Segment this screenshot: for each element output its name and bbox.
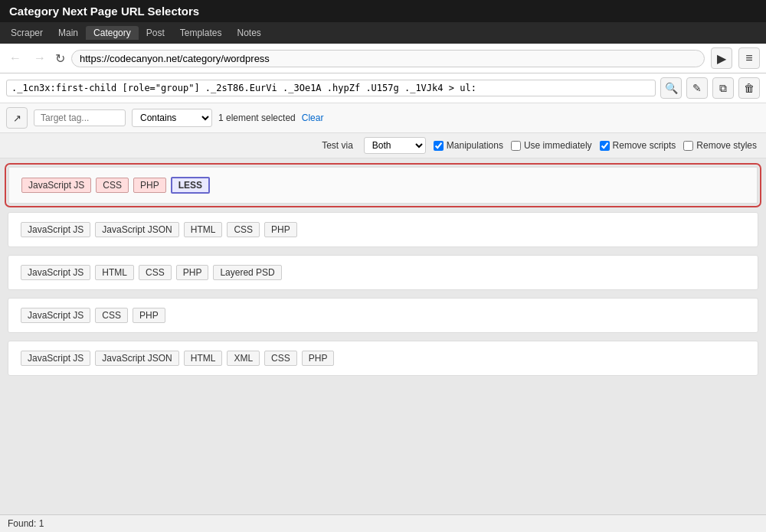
content-area: JavaScript JSCSSPHPLESSJavaScript JSJava… (0, 158, 766, 532)
manipulations-checkbox-label[interactable]: Manipulations (434, 140, 503, 151)
copy-icon-button[interactable]: ⧉ (712, 77, 734, 99)
tag: JavaScript JSON (95, 351, 178, 366)
test-via-select[interactable]: Both CSS XPath (364, 137, 426, 154)
result-row-5: JavaScript JSJavaScript JSONHTMLXMLCSSPH… (8, 341, 758, 376)
remove-scripts-checkbox[interactable] (600, 141, 610, 151)
tag: JavaScript JSON (95, 222, 178, 237)
remove-scripts-checkbox-label[interactable]: Remove scripts (600, 140, 676, 151)
clear-link[interactable]: Clear (302, 113, 324, 123)
tag: PHP (133, 308, 165, 323)
delete-icon: 🗑 (744, 82, 755, 94)
found-text: Found: 1 (8, 518, 44, 529)
tag: CSS (95, 308, 128, 323)
use-immediately-checkbox[interactable] (511, 141, 521, 151)
tag: JavaScript JS (21, 265, 90, 280)
use-immediately-checkbox-label[interactable]: Use immediately (511, 140, 592, 151)
tag: CSS (96, 178, 129, 193)
nav-tab-main[interactable]: Main (51, 26, 86, 40)
result-row-2: JavaScript JSJavaScript JSONHTMLCSSPHP (8, 212, 758, 247)
contains-select[interactable]: Contains Equals Starts with Ends with (132, 109, 212, 127)
manipulations-label: Manipulations (447, 140, 503, 151)
tag: JavaScript JS (21, 222, 90, 237)
test-via-label: Test via (322, 140, 353, 151)
play-button[interactable]: ▶ (711, 47, 732, 69)
nav-tab-category[interactable]: Category (86, 26, 139, 40)
address-bar: ← → ↻ ▶ ≡ (0, 44, 766, 73)
result-row-1: JavaScript JSCSSPHPLESS (8, 166, 758, 204)
external-link-icon: ↗ (13, 113, 21, 124)
remove-styles-label: Remove styles (696, 140, 757, 151)
result-row-4: JavaScript JSCSSPHP (8, 298, 758, 333)
target-tag-input[interactable] (34, 109, 126, 126)
target-tag-bar: ↗ Contains Equals Starts with Ends with … (0, 103, 766, 133)
remove-styles-checkbox[interactable] (683, 141, 693, 151)
forward-button[interactable]: → (31, 50, 49, 67)
tag: HTML (95, 265, 134, 280)
nav-bar: Scraper Main Category Post Templates Not… (0, 22, 766, 44)
tag: PHP (176, 265, 209, 280)
manipulations-checkbox[interactable] (434, 141, 444, 151)
use-immediately-label: Use immediately (524, 140, 592, 151)
back-button[interactable]: ← (6, 50, 25, 67)
tag: XML (227, 351, 260, 366)
remove-styles-checkbox-label[interactable]: Remove styles (683, 140, 757, 151)
tag: JavaScript JS (21, 351, 90, 366)
tag: LESS (171, 177, 210, 194)
search-icon: 🔍 (665, 82, 678, 94)
tag: HTML (184, 351, 223, 366)
element-count: 1 element selected (218, 113, 296, 123)
css-selector-input[interactable] (6, 80, 656, 96)
tag: PHP (264, 222, 297, 237)
tag: CSS (227, 222, 260, 237)
delete-icon-button[interactable]: 🗑 (738, 77, 760, 99)
nav-tab-templates[interactable]: Templates (172, 26, 230, 40)
tag: JavaScript JS (21, 178, 91, 193)
tag: CSS (264, 351, 297, 366)
url-input[interactable] (71, 50, 705, 67)
menu-button[interactable]: ≡ (738, 47, 760, 69)
status-bar: Found: 1 (0, 514, 766, 532)
nav-tab-scraper[interactable]: Scraper (3, 26, 51, 40)
refresh-button[interactable]: ↻ (55, 51, 65, 66)
tag: PHP (133, 178, 166, 193)
edit-icon-button[interactable]: ✎ (686, 77, 708, 99)
search-icon-button[interactable]: 🔍 (660, 77, 682, 99)
nav-tab-notes[interactable]: Notes (229, 26, 268, 40)
tag: Layered PSD (213, 265, 281, 280)
nav-tab-post[interactable]: Post (139, 26, 172, 40)
copy-icon: ⧉ (719, 82, 727, 95)
tag: CSS (139, 265, 172, 280)
tag: HTML (184, 222, 223, 237)
remove-scripts-label: Remove scripts (613, 140, 676, 151)
external-link-button[interactable]: ↗ (6, 107, 28, 129)
options-bar: Test via Both CSS XPath Manipulations Us… (0, 133, 766, 158)
edit-icon: ✎ (692, 82, 702, 94)
tag: PHP (302, 351, 335, 366)
tag: JavaScript JS (21, 308, 90, 323)
selector-bar: 🔍 ✎ ⧉ 🗑 (0, 73, 766, 103)
result-row-3: JavaScript JSHTMLCSSPHPLayered PSD (8, 255, 758, 290)
title-bar: Category Next Page URL Selectors (0, 0, 766, 22)
page-title: Category Next Page URL Selectors (9, 5, 199, 18)
